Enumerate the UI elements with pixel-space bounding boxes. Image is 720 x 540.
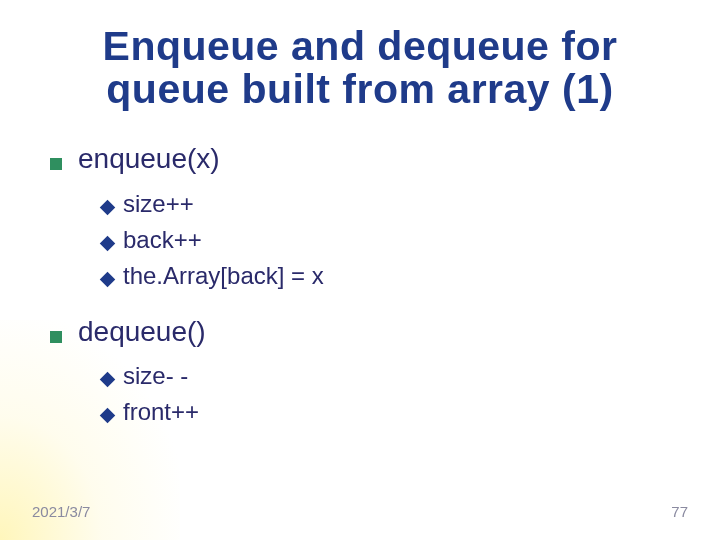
footer-page-number: 77 <box>671 503 688 520</box>
sub-item: size- - <box>102 358 720 394</box>
sub-list-enqueue: size++ back++ the.Array[back] = x <box>50 186 720 294</box>
sub-item-text: front++ <box>123 394 199 430</box>
sub-item: back++ <box>102 222 720 258</box>
diamond-bullet-icon <box>100 235 116 251</box>
diamond-bullet-icon <box>100 408 116 424</box>
sub-item: size++ <box>102 186 720 222</box>
diamond-bullet-icon <box>100 199 116 215</box>
slide-content: enqueue(x) size++ back++ the.Array[back]… <box>0 111 720 430</box>
sub-item-text: size++ <box>123 186 194 222</box>
diamond-bullet-icon <box>100 271 116 287</box>
bullet-dequeue: dequeue() <box>50 312 720 353</box>
slide: Enqueue and dequeue for queue built from… <box>0 0 720 540</box>
slide-footer: 2021/3/7 77 <box>0 503 720 520</box>
slide-title: Enqueue and dequeue for queue built from… <box>0 0 720 111</box>
sub-item-text: back++ <box>123 222 202 258</box>
square-bullet-icon <box>50 331 62 343</box>
square-bullet-icon <box>50 158 62 170</box>
sub-item-text: size- - <box>123 358 188 394</box>
footer-date: 2021/3/7 <box>32 503 90 520</box>
bullet-enqueue: enqueue(x) <box>50 139 720 180</box>
diamond-bullet-icon <box>100 372 116 388</box>
sub-list-dequeue: size- - front++ <box>50 358 720 430</box>
bullet-label: enqueue(x) <box>78 139 220 180</box>
sub-item: the.Array[back] = x <box>102 258 720 294</box>
sub-item-text: the.Array[back] = x <box>123 258 324 294</box>
bullet-label: dequeue() <box>78 312 206 353</box>
sub-item: front++ <box>102 394 720 430</box>
